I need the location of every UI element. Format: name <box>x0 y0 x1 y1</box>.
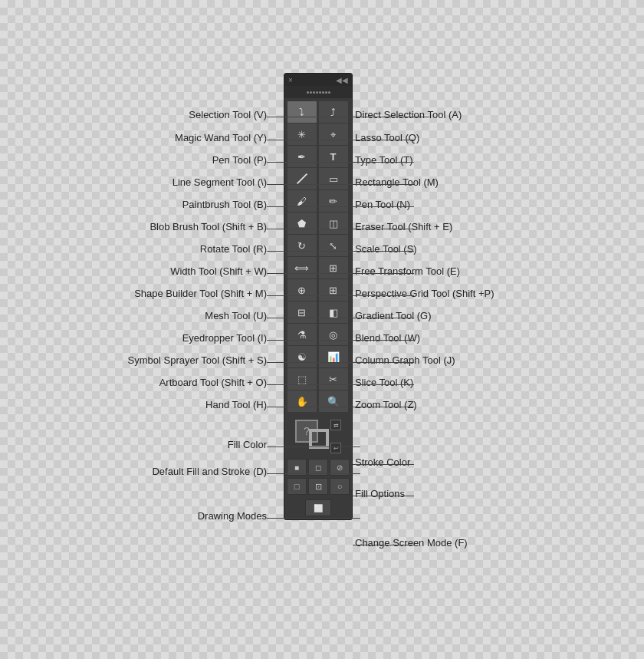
inside-mode-icon: ⊡ <box>315 482 322 492</box>
paintbrush-icon: 🖌 <box>297 196 307 206</box>
zoom-tool-button[interactable]: 🔍 <box>319 390 348 412</box>
free-transform-tool-button[interactable]: ⊞ <box>319 257 348 278</box>
change-screen-mode-button[interactable]: ⬜ <box>305 499 331 516</box>
eraser-icon: ◫ <box>329 219 338 229</box>
free-transform-icon: ⊞ <box>329 263 337 273</box>
line-free-transform-right <box>353 273 414 274</box>
eyedropper-tool-button[interactable]: ⚗ <box>288 324 317 345</box>
label-fill-options: Fill Options <box>355 488 405 500</box>
normal-draw-mode-button[interactable]: □ <box>287 478 307 495</box>
app-container: × ◀◀ ⤵ ⤴ ✳ ⌖ <box>0 0 644 659</box>
panel-collapse-button[interactable]: ◀◀ <box>336 76 348 84</box>
default-fill-stroke-button[interactable]: ↩ <box>330 443 341 453</box>
artboard-icon: ⬚ <box>297 374 307 384</box>
label-gradient-tool: Gradient Tool (G) <box>355 310 431 322</box>
label-column-graph-tool: Column Graph Tool (J) <box>355 354 455 367</box>
swap-fill-stroke-button[interactable]: ⇄ <box>330 420 341 430</box>
label-zoom-tool: Zoom Tool (Z) <box>355 399 417 411</box>
color-section: ? ↩ ⇄ <box>285 417 351 456</box>
label-symbol-sprayer-tool: Symbol Sprayer Tool (Shift + S) <box>128 354 267 367</box>
behind-draw-mode-button[interactable]: ○ <box>330 478 350 495</box>
line-type-right <box>353 162 414 163</box>
line-blend-right <box>353 340 414 341</box>
label-eraser-tool: Eraser Tool (Shift + E) <box>355 221 452 233</box>
slice-icon: ✂ <box>329 374 337 384</box>
label-shape-builder-tool: Shape Builder Tool (Shift + M) <box>134 288 267 300</box>
width-tool-button[interactable]: ⟺ <box>288 257 317 278</box>
mesh-tool-button[interactable]: ⊟ <box>288 301 317 323</box>
perspective-grid-tool-button[interactable]: ⊞ <box>319 279 348 301</box>
label-blob-brush-tool: Blob Brush Tool (Shift + B) <box>150 221 267 233</box>
width-icon: ⟺ <box>294 263 309 273</box>
shape-builder-tool-button[interactable]: ⊕ <box>288 279 317 301</box>
symbol-sprayer-tool-button[interactable]: ☯ <box>288 346 317 367</box>
line-width-left <box>267 273 360 274</box>
label-blend-tool: Blend Tool (W) <box>355 332 420 344</box>
perspective-grid-icon: ⊞ <box>329 285 337 295</box>
pen-n-tool-button[interactable]: ✏ <box>319 190 348 212</box>
artboard-tool-button[interactable]: ⬚ <box>288 368 317 390</box>
panel-title-bar <box>284 86 352 98</box>
hand-icon: ✋ <box>296 397 308 407</box>
column-graph-tool-button[interactable]: 📊 <box>319 346 348 367</box>
line-lasso-right <box>353 140 414 140</box>
label-eyedropper-tool: Eyedropper Tool (I) <box>182 332 267 344</box>
line-paintbrush-left <box>267 206 360 207</box>
label-magic-wand-tool: Magic Wand Tool (Y) <box>175 132 267 144</box>
line-slice-right <box>353 384 414 385</box>
selection-tool-button[interactable]: ⤵ <box>288 101 317 123</box>
line-stroke-color-right <box>353 464 414 465</box>
rectangle-tool-button[interactable]: ▭ <box>319 168 348 189</box>
selection-icon: ⤵ <box>299 107 304 117</box>
pen-tool-button[interactable]: ✒ <box>288 146 317 167</box>
label-drawing-modes: Drawing Modes <box>198 510 267 522</box>
label-pen-tool-n: Pen Tool (N) <box>355 199 410 211</box>
line-segment-tool-button[interactable] <box>288 168 317 189</box>
scale-tool-button[interactable]: ⤡ <box>319 235 348 256</box>
line-scale-right <box>353 251 414 252</box>
label-scale-tool: Scale Tool (S) <box>355 243 417 255</box>
magic-wand-tool-button[interactable]: ✳ <box>288 124 317 145</box>
lasso-tool-button[interactable]: ⌖ <box>319 124 348 145</box>
blend-tool-button[interactable]: ◎ <box>319 324 348 345</box>
slice-tool-button[interactable]: ✂ <box>319 368 348 390</box>
inside-draw-mode-button[interactable]: ⊡ <box>308 478 328 495</box>
panel-dots <box>307 91 330 94</box>
label-free-transform-tool: Free Transform Tool (E) <box>355 265 460 278</box>
zoom-icon: 🔍 <box>327 397 340 407</box>
blend-icon: ◎ <box>329 330 337 340</box>
label-change-screen-mode: Change Screen Mode (F) <box>355 537 468 549</box>
normal-mode-icon: □ <box>294 482 300 491</box>
line-perspective-right <box>353 295 414 296</box>
default-icon: ↩ <box>334 445 339 452</box>
line-zoom-right <box>353 407 414 407</box>
line-segment-left <box>267 184 360 185</box>
label-type-tool: Type Tool (T) <box>355 154 413 166</box>
panel-close-button[interactable]: × <box>288 76 293 84</box>
line-magic-wand-left <box>267 140 360 140</box>
line-fill-color-left <box>267 446 360 447</box>
lasso-icon: ⌖ <box>330 130 336 140</box>
behind-mode-icon: ○ <box>337 482 343 491</box>
label-width-tool: Width Tool (Shift + W) <box>170 265 267 278</box>
line-symbol-sprayer-left <box>267 362 360 363</box>
rotate-tool-button[interactable]: ↻ <box>288 235 317 256</box>
line-artboard-left <box>267 384 360 385</box>
line-gradient-right <box>353 318 414 318</box>
pen-icon: ✒ <box>297 152 306 162</box>
paintbrush-tool-button[interactable]: 🖌 <box>288 190 317 212</box>
line-blob-brush-left <box>267 229 360 229</box>
label-rotate-tool: Rotate Tool (R) <box>200 243 267 255</box>
rectangle-icon: ▭ <box>329 174 338 184</box>
blob-brush-tool-button[interactable]: ⬟ <box>288 213 317 234</box>
gradient-icon: ◧ <box>329 308 338 318</box>
hand-tool-button[interactable]: ✋ <box>288 390 317 412</box>
label-default-fill-stroke: Default Fill and Stroke (D) <box>152 466 267 478</box>
type-tool-button[interactable]: T <box>319 146 348 167</box>
line-rectangle-right <box>353 184 414 185</box>
gradient-tool-button[interactable]: ◧ <box>319 301 348 323</box>
eraser-tool-button[interactable]: ◫ <box>319 213 348 234</box>
direct-selection-tool-button[interactable]: ⤴ <box>319 101 348 123</box>
line-segment-icon <box>296 173 307 184</box>
line-eyedropper-left <box>267 340 360 341</box>
